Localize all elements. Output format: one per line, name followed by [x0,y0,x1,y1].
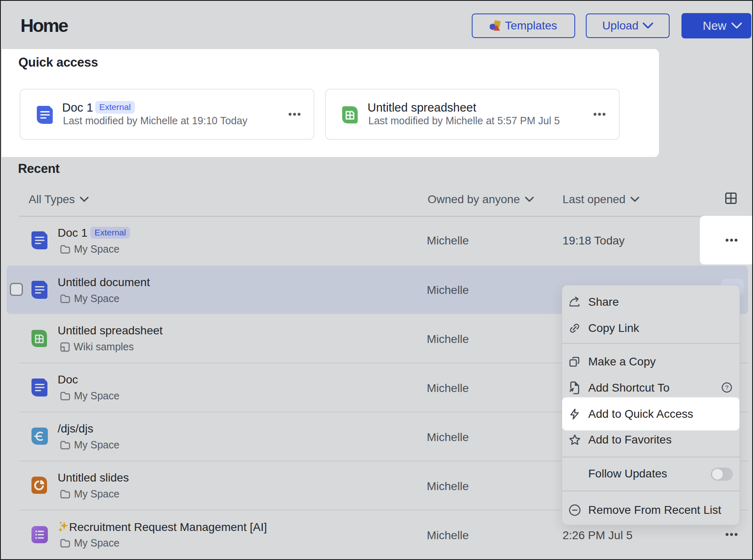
svg-text:?: ? [725,384,728,391]
